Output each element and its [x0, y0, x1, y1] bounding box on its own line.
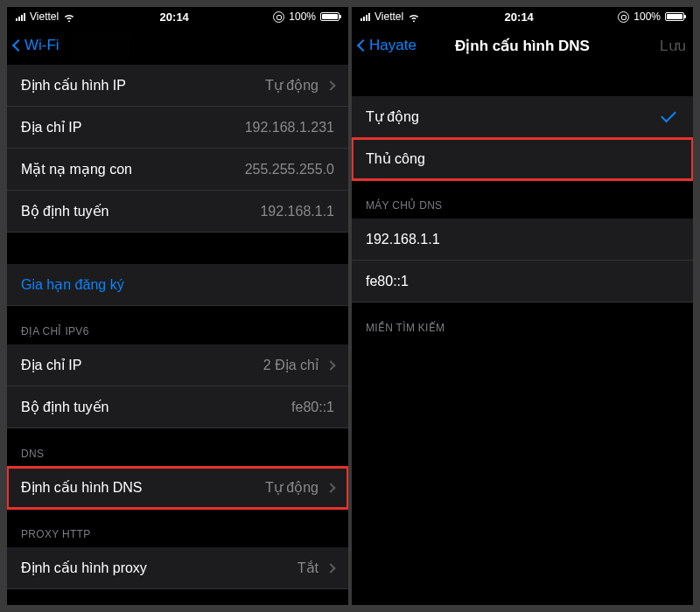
back-button[interactable]: Wi-Fi [14, 37, 60, 54]
row-dns-server: 192.168.1.1 [352, 219, 693, 261]
wifi-icon [63, 12, 75, 22]
row-renew-lease[interactable]: Gia hạn đăng ký [7, 264, 348, 306]
row-ipv6-address[interactable]: Địa chỉ IP 2 Địa chỉ [7, 344, 348, 386]
ipv6-router-value: fe80::1 [291, 400, 334, 415]
screen-configure-dns: Viettel 20:14 100% Hayate Định cấu hình … [352, 7, 693, 605]
subnet-value: 255.255.255.0 [245, 162, 334, 177]
ip-addr-value: 192.168.1.231 [245, 120, 334, 136]
chevron-right-icon [326, 483, 335, 492]
status-bar: Viettel 20:14 100% [352, 7, 693, 26]
row-ipv6-router: Bộ định tuyến fe80::1 [7, 386, 348, 428]
signal-icon [16, 13, 25, 21]
clock-label: 20:14 [75, 10, 273, 24]
screen-wifi-detail: Viettel 20:14 100% Wi-Fi Định cấu hình I… [7, 7, 348, 605]
ipv6-router-label: Bộ định tuyến [21, 399, 291, 415]
row-subnet-mask: Mặt nạ mạng con 255.255.255.0 [7, 149, 348, 191]
back-label: Wi-Fi [24, 37, 60, 54]
dns-auto-label: Tự động [366, 108, 662, 125]
dns-server-value: fe80::1 [366, 274, 679, 289]
chevron-left-icon [357, 39, 369, 52]
back-label: Hayate [369, 37, 416, 54]
row-ip-config[interactable]: Định cấu hình IP Tự động [7, 65, 348, 107]
orientation-lock-icon [273, 11, 284, 23]
header-dns: DNS [7, 428, 348, 467]
row-ip-address: Địa chỉ IP 192.168.1.231 [7, 107, 348, 149]
chevron-right-icon [326, 563, 335, 573]
chevron-right-icon [326, 360, 335, 370]
orientation-lock-icon [618, 11, 629, 23]
dns-manual-label: Thủ công [366, 150, 679, 167]
status-bar: Viettel 20:14 100% [7, 7, 348, 26]
battery-icon [665, 12, 684, 21]
configure-dns-label: Định cấu hình DNS [21, 479, 265, 496]
ip-config-label: Định cấu hình IP [21, 77, 265, 94]
configure-proxy-label: Định cấu hình proxy [21, 560, 298, 576]
ipv6-addr-label: Địa chỉ IP [21, 357, 263, 373]
battery-icon [320, 12, 340, 21]
row-router: Bộ định tuyến 192.168.1.1 [7, 191, 348, 233]
battery-pct-label: 100% [289, 10, 316, 23]
chevron-left-icon [12, 39, 24, 52]
dns-server-value: 192.168.1.1 [366, 232, 679, 247]
ipv6-addr-value: 2 Địa chỉ [263, 357, 318, 373]
configure-proxy-value: Tắt [298, 560, 318, 576]
header-search-domains: MIỀN TÌM KIẾM [352, 303, 693, 341]
header-dns-servers: MÁY CHỦ DNS [352, 180, 693, 219]
row-dns-automatic[interactable]: Tự động [352, 96, 693, 138]
carrier-label: Viettel [30, 10, 59, 23]
renew-lease-label: Gia hạn đăng ký [21, 276, 334, 293]
back-button[interactable]: Hayate [359, 37, 416, 54]
checkmark-icon [661, 108, 676, 123]
configure-dns-value: Tự động [265, 479, 318, 496]
wifi-icon [408, 12, 420, 22]
row-dns-server: fe80::1 [352, 261, 693, 303]
row-configure-dns[interactable]: Định cấu hình DNS Tự động [7, 467, 348, 509]
header-ipv6: ĐỊA CHỈ IPV6 [7, 306, 348, 344]
nav-bar: Hayate Định cấu hình DNS Lưu [352, 26, 693, 65]
nav-bar: Wi-Fi [7, 26, 348, 65]
router-label: Bộ định tuyến [21, 203, 260, 219]
clock-label: 20:14 [420, 10, 618, 24]
ip-addr-label: Địa chỉ IP [21, 119, 245, 136]
row-dns-manual[interactable]: Thủ công [352, 138, 693, 180]
battery-pct-label: 100% [634, 10, 661, 23]
redacted-title [70, 33, 131, 58]
router-value: 192.168.1.1 [260, 204, 334, 219]
save-button[interactable]: Lưu [660, 37, 686, 55]
row-configure-proxy[interactable]: Định cấu hình proxy Tắt [7, 547, 348, 589]
subnet-label: Mặt nạ mạng con [21, 161, 245, 177]
ip-config-value: Tự động [265, 77, 318, 94]
header-proxy: PROXY HTTP [7, 509, 348, 547]
signal-icon [360, 13, 370, 21]
carrier-label: Viettel [374, 10, 403, 23]
chevron-right-icon [326, 80, 335, 90]
